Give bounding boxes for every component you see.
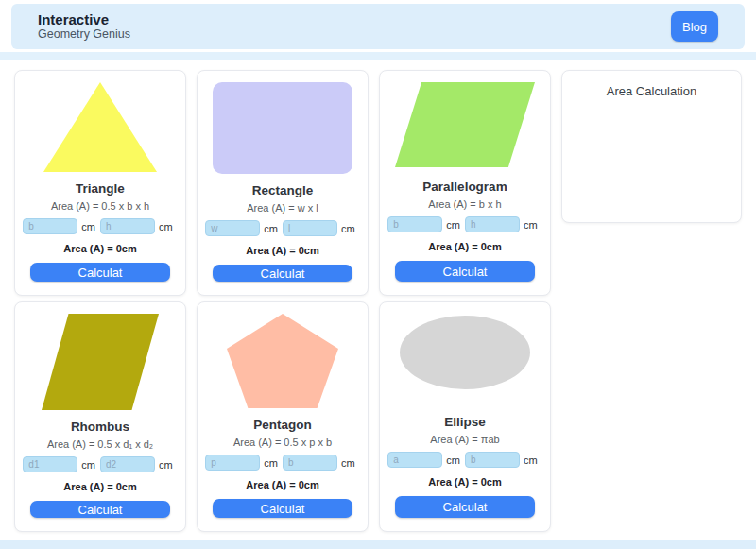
card-triangle: Triangle Area (A) = 0.5 x b x h cm cm Ar… bbox=[14, 70, 186, 296]
card-title: Parallelogram bbox=[422, 180, 507, 194]
pentagon-shape bbox=[227, 314, 338, 408]
card-title: Ellipse bbox=[444, 415, 486, 429]
column-3: Parallelogram Area (A) = b x h cm cm Are… bbox=[379, 70, 551, 532]
inputs-row: cm cm bbox=[30, 456, 170, 472]
base-input[interactable] bbox=[23, 218, 77, 234]
card-rhombus: Rhombus Area (A) = 0.5 x d₁ x d₂ cm cm A… bbox=[14, 301, 186, 532]
card-formula: Area (A) = 0.5 x d₁ x d₂ bbox=[47, 438, 153, 450]
unit-label: cm bbox=[341, 223, 355, 234]
calculate-button[interactable]: Calculat bbox=[30, 263, 170, 282]
column-1: Triangle Area (A) = 0.5 x b x h cm cm Ar… bbox=[14, 70, 186, 532]
pentagon-figure-wrap bbox=[213, 314, 352, 408]
semi-minor-input[interactable] bbox=[465, 452, 520, 468]
rectangle-figure-wrap bbox=[213, 82, 352, 174]
card-rectangle: Rectangle Area (A) = w x l cm cm Area (A… bbox=[197, 70, 369, 296]
parallelogram-shape bbox=[395, 82, 535, 167]
card-pentagon: Pentagon Area (A) = 0.5 x p x b cm cm Ar… bbox=[197, 301, 369, 532]
unit-label: cm bbox=[159, 221, 173, 232]
unit-label: cm bbox=[341, 457, 355, 469]
inputs-row: cm cm bbox=[213, 455, 352, 471]
calculate-button[interactable]: Calculat bbox=[395, 496, 535, 518]
card-title: Rectangle bbox=[252, 183, 314, 197]
card-title: Pentagon bbox=[253, 418, 312, 432]
area-calculation-title: Area Calculation bbox=[562, 84, 741, 98]
inputs-row: cm cm bbox=[395, 216, 535, 232]
perimeter-input[interactable] bbox=[205, 455, 260, 471]
card-title: Rhombus bbox=[71, 420, 129, 434]
unit-label: cm bbox=[264, 223, 278, 234]
area-result: Area (A) = 0cm bbox=[246, 479, 318, 490]
triangle-figure-wrap bbox=[30, 82, 170, 172]
unit-label: cm bbox=[81, 221, 95, 232]
length-input[interactable] bbox=[283, 220, 337, 236]
base-input[interactable] bbox=[387, 216, 442, 232]
semi-major-input[interactable] bbox=[387, 452, 442, 468]
column-2: Rectangle Area (A) = w x l cm cm Area (A… bbox=[197, 70, 369, 532]
unit-label: cm bbox=[446, 219, 460, 231]
diagonal1-input[interactable] bbox=[23, 456, 77, 472]
unit-label: cm bbox=[264, 457, 278, 469]
calculate-button[interactable]: Calculat bbox=[213, 265, 352, 282]
main-content: Triangle Area (A) = 0.5 x b x h cm cm Ar… bbox=[0, 60, 756, 532]
ellipse-shape bbox=[400, 316, 530, 389]
card-formula: Area (A) = b x h bbox=[428, 198, 501, 210]
card-title: Triangle bbox=[76, 181, 125, 196]
calculate-button[interactable]: Calculat bbox=[30, 501, 170, 518]
area-result: Area (A) = 0cm bbox=[246, 245, 318, 256]
card-ellipse: Ellipse Area (A) = πab cm cm Area (A) = … bbox=[379, 301, 551, 532]
inputs-row: cm cm bbox=[395, 452, 535, 468]
card-formula: Area (A) = w x l bbox=[247, 202, 318, 214]
area-result: Area (A) = 0cm bbox=[63, 243, 136, 254]
rhombus-figure-wrap bbox=[30, 314, 170, 410]
area-result: Area (A) = 0cm bbox=[428, 241, 501, 252]
area-calculation-panel: Area Calculation bbox=[561, 70, 742, 223]
rhombus-shape bbox=[42, 314, 159, 410]
area-result: Area (A) = 0cm bbox=[63, 481, 136, 492]
calculate-button[interactable]: Calculat bbox=[395, 261, 535, 282]
unit-label: cm bbox=[524, 455, 538, 466]
unit-label: cm bbox=[446, 455, 460, 466]
unit-label: cm bbox=[159, 459, 173, 471]
triangle-shape bbox=[43, 82, 157, 172]
footer-bar bbox=[0, 540, 756, 549]
app-subtitle: Geometry Genius bbox=[38, 27, 718, 42]
card-parallelogram: Parallelogram Area (A) = b x h cm cm Are… bbox=[379, 70, 551, 296]
header-underline bbox=[0, 52, 756, 60]
unit-label: cm bbox=[524, 219, 538, 231]
inputs-row: cm cm bbox=[30, 218, 170, 234]
parallelogram-figure-wrap bbox=[395, 82, 535, 170]
width-input[interactable] bbox=[205, 220, 260, 236]
blog-button[interactable]: Blog bbox=[671, 11, 718, 42]
ellipse-figure-wrap bbox=[395, 314, 535, 405]
calculate-button[interactable]: Calculat bbox=[213, 499, 352, 518]
apothem-input[interactable] bbox=[283, 455, 337, 471]
area-result: Area (A) = 0cm bbox=[428, 476, 501, 488]
rectangle-shape bbox=[213, 82, 352, 174]
unit-label: cm bbox=[81, 459, 95, 471]
inputs-row: cm cm bbox=[213, 220, 352, 236]
card-formula: Area (A) = πab bbox=[430, 434, 499, 445]
app-header: Interactive Geometry Genius Blog bbox=[11, 4, 745, 49]
app-title: Interactive bbox=[38, 11, 718, 27]
card-formula: Area (A) = 0.5 x b x h bbox=[51, 200, 149, 212]
height-input[interactable] bbox=[100, 218, 155, 234]
height-input[interactable] bbox=[465, 216, 520, 232]
diagonal2-input[interactable] bbox=[100, 456, 155, 472]
card-formula: Area (A) = 0.5 x p x b bbox=[233, 437, 332, 448]
